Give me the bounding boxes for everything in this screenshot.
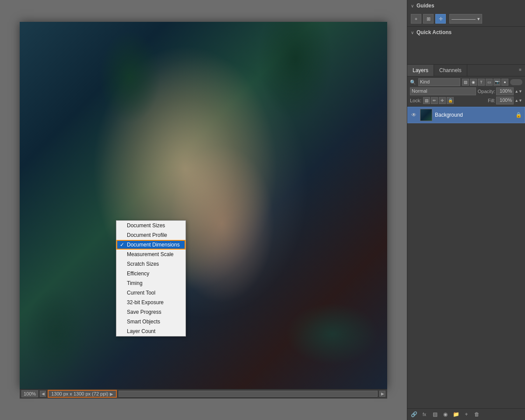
- layers-tabs-bar: Layers Channels ≡: [407, 65, 525, 76]
- kind-select-value: Kind: [420, 79, 430, 84]
- tab-layers[interactable]: Layers: [407, 65, 434, 76]
- line-style-value: —————: [452, 16, 476, 21]
- layers-panel: Layers Channels ≡ 🔍 Kind ▨ ◉: [407, 65, 525, 420]
- fill-input[interactable]: 100%: [496, 97, 514, 104]
- status-bar: 100% ◀ 1300 px x 1300 px (72 ppi) ▶ ▶: [20, 389, 387, 399]
- quick-actions-header[interactable]: ∨ Quick Actions: [407, 27, 525, 38]
- dropdown-item-document-profile[interactable]: Document Profile: [116, 230, 186, 240]
- type-filter-icon[interactable]: T: [478, 79, 485, 86]
- lock-label: Lock:: [410, 98, 421, 103]
- lock-all-icon[interactable]: 🔒: [447, 97, 454, 104]
- add-guide-icon: +: [415, 16, 417, 21]
- add-mask-icon[interactable]: ▨: [431, 410, 439, 418]
- blend-mode-row: Normal Opacity: 100% ▲▼: [410, 87, 522, 95]
- filter-toggle[interactable]: [510, 79, 522, 85]
- dropdown-item-document-sizes[interactable]: Document Sizes: [116, 221, 186, 230]
- pixel-filter-icon[interactable]: ▨: [462, 79, 469, 86]
- layer-background[interactable]: 👁 Background 🔒: [407, 107, 525, 123]
- dropdown-item-scratch-sizes[interactable]: Scratch Sizes: [116, 259, 186, 269]
- dropdown-item-32bit-exposure[interactable]: 32-bit Exposure: [116, 298, 186, 307]
- lock-row: Lock: ▨ ✏ ✛ 🔒 Fill: 100% ▲▼: [410, 97, 522, 104]
- smart-filter-icon[interactable]: 📷: [494, 79, 500, 86]
- dropdown-item-timing[interactable]: Timing: [116, 278, 186, 288]
- new-layer-icon[interactable]: +: [462, 410, 470, 418]
- dropdown-item-measurement-scale[interactable]: Measurement Scale: [116, 250, 186, 259]
- canvas-image: [20, 22, 387, 389]
- layer-thumbnail: [420, 109, 432, 121]
- layers-bottom-toolbar: 🔗 fx ▨ ◉ 📁 + 🗑: [407, 408, 525, 420]
- opacity-control: Opacity: 100% ▲▼: [478, 87, 522, 95]
- add-grid-button[interactable]: ⊞: [423, 14, 434, 24]
- quick-actions-section: ∨ Quick Actions: [407, 27, 525, 65]
- line-style-select[interactable]: ————— ▾: [449, 14, 482, 24]
- opacity-stepper-icon[interactable]: ▲▼: [514, 89, 522, 94]
- dropdown-item-layer-count[interactable]: Layer Count: [116, 326, 186, 336]
- filter-icons: ▨ ◉ T ▭ 📷 ●: [462, 79, 508, 86]
- new-group-icon[interactable]: 📁: [452, 410, 460, 418]
- lock-icons: ▨ ✏ ✛ 🔒: [423, 97, 454, 104]
- delete-layer-icon[interactable]: 🗑: [473, 410, 481, 418]
- dropdown-item-efficiency[interactable]: Efficiency: [116, 269, 186, 278]
- blend-mode-value: Normal: [412, 88, 427, 94]
- kind-label: 🔍: [410, 80, 416, 85]
- lock-artboard-icon[interactable]: ✛: [439, 97, 446, 104]
- smart-guide-button[interactable]: ✛: [435, 14, 446, 24]
- quick-actions-content: [407, 38, 525, 64]
- canvas-area: Document Sizes Document Profile Document…: [0, 0, 407, 420]
- lock-position-icon[interactable]: ✏: [431, 97, 438, 104]
- layer-visibility-toggle[interactable]: 👁: [410, 111, 417, 118]
- quick-actions-title: Quick Actions: [416, 29, 452, 35]
- document-info-text: 1300 px x 1300 px (72 ppi): [51, 391, 108, 396]
- layers-panel-menu[interactable]: ≡: [515, 65, 525, 76]
- dropdown-arrow-icon: ▾: [477, 16, 480, 22]
- horizontal-scrollbar[interactable]: [119, 391, 378, 397]
- dropdown-item-current-tool[interactable]: Current Tool: [116, 288, 186, 298]
- guides-title: Guides: [416, 3, 434, 9]
- zoom-display[interactable]: 100%: [21, 390, 38, 397]
- kind-filter-row: 🔍 Kind ▨ ◉ T ▭ 📷 ●: [410, 78, 522, 86]
- layer-fx-icon[interactable]: fx: [420, 410, 428, 418]
- status-info: 1300 px x 1300 px (72 ppi) ▶: [48, 390, 117, 398]
- right-panel: ∨ Guides + ⊞ ✛ ————— ▾: [407, 0, 525, 420]
- guides-chevron: ∨: [411, 3, 414, 8]
- prev-arrow[interactable]: ◀: [40, 391, 46, 397]
- guides-header[interactable]: ∨ Guides: [407, 0, 525, 11]
- kind-select[interactable]: Kind: [418, 78, 460, 86]
- lock-pixels-icon[interactable]: ▨: [423, 97, 430, 104]
- selected-filter-icon[interactable]: ●: [501, 79, 508, 86]
- dropdown-item-save-progress[interactable]: Save Progress: [116, 307, 186, 317]
- app-container: Document Sizes Document Profile Document…: [0, 0, 525, 420]
- status-dropdown-menu: Document Sizes Document Profile Document…: [116, 220, 186, 337]
- opacity-input[interactable]: 100%: [496, 87, 514, 95]
- link-layers-icon[interactable]: 🔗: [410, 410, 418, 418]
- smart-guide-icon: ✛: [439, 16, 443, 22]
- status-arrow[interactable]: ▶: [110, 392, 113, 396]
- fill-label: Fill:: [488, 98, 495, 103]
- dropdown-item-document-dimensions[interactable]: Document Dimensions: [116, 240, 186, 250]
- layers-empty-area: [407, 123, 525, 408]
- layer-name: Background: [435, 112, 513, 118]
- kind-filter: 🔍 Kind: [410, 78, 460, 86]
- next-arrow[interactable]: ▶: [379, 391, 385, 397]
- layer-lock-icon: 🔒: [515, 112, 522, 118]
- guides-section: ∨ Guides + ⊞ ✛ ————— ▾: [407, 0, 525, 27]
- canvas-wrapper: Document Sizes Document Profile Document…: [20, 22, 387, 389]
- blend-mode-select[interactable]: Normal: [410, 87, 476, 95]
- fill-stepper-icon[interactable]: ▲▼: [514, 98, 522, 103]
- dropdown-item-smart-objects[interactable]: Smart Objects: [116, 317, 186, 326]
- opacity-label: Opacity:: [478, 89, 495, 94]
- shape-filter-icon[interactable]: ▭: [486, 79, 493, 86]
- tab-channels[interactable]: Channels: [434, 65, 467, 76]
- add-guide-button[interactable]: +: [411, 14, 421, 24]
- quick-actions-chevron: ∨: [411, 30, 414, 35]
- grid-icon: ⊞: [427, 16, 430, 22]
- guides-toolbar: + ⊞ ✛ ————— ▾: [407, 11, 525, 26]
- adjustment-layer-icon[interactable]: ◉: [441, 410, 449, 418]
- fill-control: Fill: 100% ▲▼: [488, 97, 522, 104]
- adjustment-filter-icon[interactable]: ◉: [470, 79, 477, 86]
- layers-controls: 🔍 Kind ▨ ◉ T ▭ 📷 ●: [407, 76, 525, 107]
